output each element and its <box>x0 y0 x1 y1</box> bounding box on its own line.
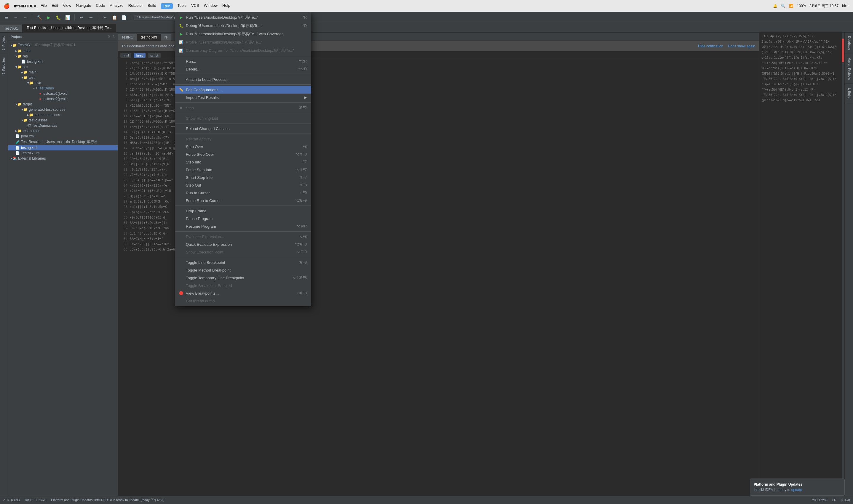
tree-item-testcase2[interactable]: ● testcase2():void <box>8 96 118 102</box>
breadcrumb-html[interactable]: html <box>120 53 131 58</box>
tree-item-pom[interactable]: 📄 pom.xml <box>8 133 118 139</box>
terminal-panel[interactable]: ⌨ 8: Terminal <box>24 498 47 502</box>
editor-tab-re[interactable]: re <box>161 34 172 40</box>
breadcrumb-script[interactable]: script <box>148 53 160 58</box>
menu-item-run-coverage[interactable]: ▶ Run '/Users/maibixin/Desktop/车行易/Te...… <box>175 30 311 38</box>
menu-item-force-run-to-cursor[interactable]: Force Run to Cursor ⌥⌘F9 <box>175 197 311 204</box>
dont-show-again-link[interactable]: Don't show again <box>728 44 755 48</box>
menu-file[interactable]: File <box>40 3 47 9</box>
rvtab-build[interactable]: 1: Build <box>845 84 853 102</box>
menu-help[interactable]: Help <box>222 3 230 9</box>
cut-btn[interactable]: ✂ <box>101 14 109 21</box>
menu-view[interactable]: View <box>63 3 71 9</box>
menu-item-edit-configurations[interactable]: ✏️ Edit Configurations... <box>175 86 311 94</box>
rvtab-database[interactable]: Database <box>845 33 853 54</box>
debug-btn[interactable]: 🐛 <box>54 14 62 21</box>
menu-item-toggle-line-bp[interactable]: Toggle Line Breakpoint ⌘F8 <box>175 258 311 266</box>
tree-item-external-libs[interactable]: ▸📚 External Libraries <box>8 156 118 161</box>
tree-item-testng-xml[interactable]: 📄 testng.xml <box>8 145 118 150</box>
tab-test-results[interactable]: Test Results - _Users_maibixin_Desktop_车… <box>22 24 116 32</box>
menu-item-step-over[interactable]: Step Over F8 <box>175 143 311 150</box>
menu-code[interactable]: Code <box>96 3 105 9</box>
menu-tools[interactable]: Tools <box>177 3 187 9</box>
update-link[interactable]: update <box>791 488 802 492</box>
menu-icon[interactable]: ☰ <box>2 14 10 21</box>
tree-item-testng1[interactable]: ▾📁 TestNG1 ~/Desktop/车行易/TestNG1 <box>8 42 118 48</box>
copy-btn[interactable]: 📋 <box>110 14 118 21</box>
menu-refactor[interactable]: Refactor <box>128 3 143 9</box>
menu-item-resume[interactable]: Resume Program ⌥⌘R <box>175 222 311 230</box>
notification-links: Hide notification Don't show again <box>698 44 755 48</box>
menu-item-pause[interactable]: Pause Program <box>175 215 311 222</box>
tree-item-testdemo-class[interactable]: 🏷 TestDemo.class <box>8 123 118 128</box>
folder-icon: ▸📁 <box>21 70 28 74</box>
tree-item-res[interactable]: ▾📁 res <box>8 54 118 59</box>
scrollbar-track[interactable] <box>842 33 844 496</box>
menu-item-drop-frame[interactable]: Drop Frame <box>175 207 311 215</box>
tree-item-testng1-iml[interactable]: 📄 TestNG1.iml <box>8 150 118 156</box>
menu-item-toggle-temp-bp[interactable]: Toggle Temporary Line Breakpoint ⌥⇧⌘F8 <box>175 274 311 282</box>
tree-item-src[interactable]: ▾📁 src <box>8 64 118 70</box>
undo-btn[interactable]: ↩ <box>77 14 85 21</box>
run-btn[interactable]: ▶ <box>45 14 52 21</box>
editor-tab-testng[interactable]: TestNG <box>118 34 137 40</box>
search-icon[interactable]: 🔍 <box>781 4 785 8</box>
menu-item-run-to-cursor[interactable]: Run to Cursor ⌥F9 <box>175 189 311 197</box>
back-btn[interactable]: ← <box>12 14 20 21</box>
menu-item-step-out[interactable]: Step Out ⇧F8 <box>175 181 311 189</box>
sidebar-settings-icon[interactable]: ⚙ <box>107 35 110 38</box>
tree-item-annotations[interactable]: ▸📁 test-annotations <box>8 112 118 118</box>
menu-build[interactable]: Build <box>147 3 156 9</box>
paste-btn[interactable]: 📄 <box>120 14 128 21</box>
coverage-btn[interactable]: 📊 <box>64 14 71 21</box>
bell-icon[interactable]: 🔔 <box>773 4 778 8</box>
menu-item-attach[interactable]: Attach to Local Process... <box>175 75 311 83</box>
menu-item-run-config[interactable]: ▶ Run '/Users/maibixin/Desktop/车行易/Te...… <box>175 13 311 22</box>
tree-item-test[interactable]: ▾📁 test <box>8 75 118 80</box>
tree-item-testng-xml-res[interactable]: 📄 testng.xml <box>8 59 118 64</box>
menu-analyze[interactable]: Analyze <box>110 3 124 9</box>
menu-item-smart-step-into[interactable]: Smart Step Into ⇧F7 <box>175 174 311 181</box>
rvtab-maven[interactable]: Maven Projects <box>845 54 853 84</box>
build-btn[interactable]: 🔨 <box>35 14 43 21</box>
tree-item-test-output[interactable]: ▸📁 test-output <box>8 128 118 133</box>
menu-run[interactable]: Run <box>161 3 173 9</box>
breadcrumb-head[interactable]: head <box>134 53 145 58</box>
sidebar-sync-icon[interactable]: ↻ <box>112 35 115 38</box>
menu-item-view-breakpoints[interactable]: 🔴 View Breakpoints... ⇧⌘F8 <box>175 289 311 297</box>
tree-item-testcase1[interactable]: ● testcase1():void <box>8 91 118 96</box>
menu-navigate[interactable]: Navigate <box>76 3 91 9</box>
scrollbar-thumb[interactable] <box>842 38 844 62</box>
tree-item-testdemo[interactable]: 🏷 TestDemo <box>8 86 118 91</box>
app-name[interactable]: IntelliJ IDEA <box>14 4 36 8</box>
menu-vcs[interactable]: VCS <box>191 3 199 9</box>
tree-item-main[interactable]: ▸📁 main <box>8 70 118 75</box>
menu-item-force-step-over[interactable]: Force Step Over ⌥⇧F8 <box>175 150 311 158</box>
tree-item-test-results[interactable]: 🧪 Test Results - _Users_maibixin_Desktop… <box>8 139 118 145</box>
tree-item-java[interactable]: ▾📁 java <box>8 80 118 86</box>
menu-item-step-into[interactable]: Step Into F7 <box>175 158 311 166</box>
tree-item-test-classes[interactable]: ▾📁 test-classes <box>8 118 118 123</box>
todo-panel[interactable]: ✓ 6: TODO <box>3 498 20 502</box>
tab-testng1[interactable]: TestNG1 <box>0 24 22 32</box>
menu-item-run[interactable]: Run... ^⌥R <box>175 57 311 65</box>
redo-btn[interactable]: ↪ <box>87 14 95 21</box>
editor-tab-testng-xml[interactable]: testng.xml <box>137 34 161 40</box>
menu-item-quick-evaluate[interactable]: Quick Evaluate Expression ⌥⌘F8 <box>175 240 311 248</box>
menu-item-debug-config[interactable]: 🐛 Debug '/Users/maibixin/Desktop/车行易/Te.… <box>175 22 311 30</box>
vtab-project[interactable]: 1: Project <box>0 33 8 54</box>
hide-notification-link[interactable]: Hide notification <box>698 44 723 48</box>
menu-item-import-test[interactable]: Import Test Results ▶ <box>175 94 311 101</box>
apple-menu[interactable]: 🍎 <box>3 3 10 9</box>
forward-btn[interactable]: → <box>21 14 29 21</box>
vtab-favorites[interactable]: 2: Favorites <box>0 54 8 78</box>
menu-item-reload-classes[interactable]: Reload Changed Classes <box>175 125 311 132</box>
menu-item-debug[interactable]: Debug... ^⌥D <box>175 65 311 73</box>
menu-item-toggle-method-bp[interactable]: Toggle Method Breakpoint <box>175 266 311 274</box>
menu-item-force-step-into[interactable]: Force Step Into ⌥⇧F7 <box>175 166 311 174</box>
tree-item-idea[interactable]: ▸📁 .idea <box>8 48 118 54</box>
tree-item-target[interactable]: ▾📁 target <box>8 102 118 107</box>
menu-window[interactable]: Window <box>204 3 217 9</box>
menu-edit[interactable]: Edit <box>52 3 58 9</box>
tree-item-generated[interactable]: ▾📁 generated-test-sources <box>8 107 118 112</box>
